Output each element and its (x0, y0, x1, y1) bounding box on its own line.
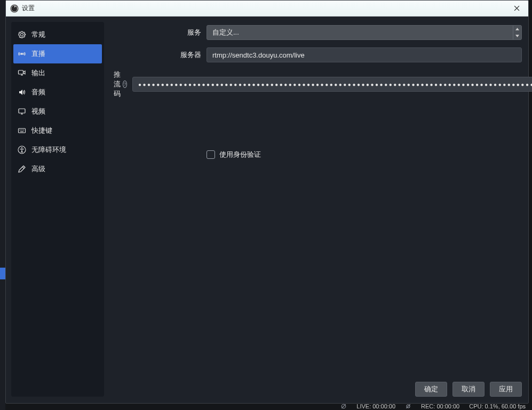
select-spinner[interactable] (513, 26, 521, 39)
sidebar-item-video[interactable]: 视频 (11, 102, 104, 121)
server-label: 服务器 (110, 50, 207, 60)
streamkey-label: 推流码 (110, 70, 121, 99)
speaker-icon (18, 88, 26, 97)
obs-icon (10, 4, 19, 13)
server-input[interactable]: rtmp://sendtc3.douyu.com/live (207, 47, 522, 62)
server-value: rtmp://sendtc3.douyu.com/live (212, 51, 305, 59)
close-button[interactable] (509, 3, 524, 14)
tools-icon (18, 165, 26, 173)
chevron-down-icon (513, 33, 521, 39)
settings-window: 设置 常规 直播 输出 (5, 0, 529, 404)
streamkey-input[interactable]: ●●●●●●●●●●●●●●●●●●●●●●●●●●●●●●●●●●●●●●●●… (132, 77, 532, 92)
status-cpu: CPU: 0.1%, 60.00 fps (469, 403, 526, 409)
sidebar-label: 直播 (31, 49, 45, 59)
sidebar-label: 视频 (31, 107, 45, 116)
record-off-icon (405, 403, 411, 409)
sidebar-item-stream[interactable]: 直播 (13, 44, 102, 63)
status-bar: LIVE: 00:00:00 REC: 00:00:00 CPU: 0.1%, … (0, 403, 532, 410)
sidebar-label: 音频 (31, 87, 45, 97)
svg-point-8 (21, 53, 23, 55)
sidebar-item-output[interactable]: 输出 (11, 63, 104, 83)
accessibility-icon (18, 146, 26, 154)
service-value: 自定义... (207, 28, 513, 37)
sidebar-label: 快捷键 (31, 126, 52, 135)
sidebar: 常规 直播 输出 音频 (11, 22, 104, 397)
sidebar-label: 常规 (31, 30, 45, 39)
content-panel: 服务 自定义... 服务器 (110, 22, 522, 397)
output-icon (18, 69, 26, 77)
use-auth-checkbox[interactable] (207, 150, 215, 159)
keyboard-icon (18, 126, 26, 135)
monitor-icon (18, 107, 26, 116)
window-title: 设置 (22, 4, 35, 13)
streamkey-masked: ●●●●●●●●●●●●●●●●●●●●●●●●●●●●●●●●●●●●●●●●… (138, 82, 532, 87)
background-panel (0, 0, 5, 410)
status-rec: REC: 00:00:00 (421, 403, 459, 409)
dialog-footer: 确定 取消 应用 (110, 377, 522, 397)
svg-rect-10 (19, 109, 25, 113)
svg-rect-9 (19, 70, 23, 74)
use-auth-label: 使用身份验证 (219, 150, 261, 159)
sidebar-item-accessibility[interactable]: 无障碍环境 (11, 140, 104, 159)
sidebar-label: 高级 (31, 164, 45, 174)
broadcast-off-icon (340, 403, 347, 409)
help-icon[interactable]: ? (123, 81, 127, 88)
service-select[interactable]: 自定义... (207, 25, 522, 40)
background-panel-selected (0, 268, 5, 279)
sidebar-item-hotkeys[interactable]: 快捷键 (11, 121, 104, 140)
titlebar: 设置 (6, 1, 528, 17)
cancel-button[interactable]: 取消 (452, 382, 485, 397)
svg-point-13 (21, 147, 22, 148)
service-label: 服务 (110, 28, 207, 37)
chevron-up-icon (513, 26, 521, 33)
sidebar-label: 输出 (31, 68, 45, 78)
status-live: LIVE: 00:00:00 (356, 403, 395, 409)
svg-rect-11 (19, 128, 26, 133)
apply-button[interactable]: 应用 (490, 382, 522, 397)
sidebar-item-general[interactable]: 常规 (11, 25, 104, 44)
antenna-icon (18, 50, 26, 58)
sidebar-item-audio[interactable]: 音频 (11, 83, 104, 102)
gear-icon (18, 30, 26, 39)
sidebar-label: 无障碍环境 (31, 145, 66, 155)
ok-button[interactable]: 确定 (415, 382, 447, 397)
sidebar-item-advanced[interactable]: 高级 (11, 159, 104, 179)
